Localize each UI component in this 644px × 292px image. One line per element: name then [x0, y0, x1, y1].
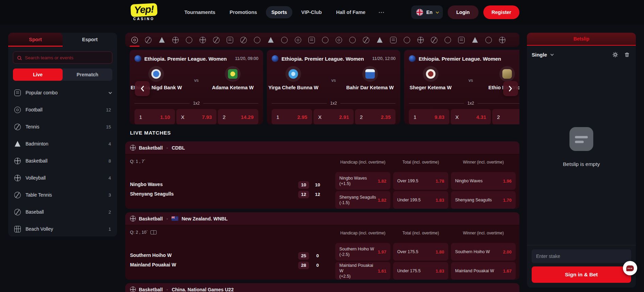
handicap-odds-away[interactable]: Shenyang Seagulls(-1.5)1.82 [335, 191, 390, 209]
odds-button-1[interactable]: 19.83 [409, 109, 449, 124]
badminton-icon[interactable] [268, 37, 274, 43]
sidebar-item-popular-combo[interactable]: Popular combo [8, 84, 117, 101]
betslip-settings-button[interactable] [611, 50, 619, 59]
nav-sports[interactable]: Sports [266, 6, 292, 18]
nav-vip-club[interactable]: VIP-Club [296, 6, 327, 18]
sidebar-item-football[interactable]: Football 12 [8, 101, 117, 118]
carousel-next-button[interactable] [503, 81, 518, 96]
featured-match-card[interactable]: Ethiopia. Premier League. Women 11/20, 1… [267, 50, 400, 124]
rugby-icon[interactable] [254, 37, 260, 43]
login-button[interactable]: Login [448, 5, 479, 19]
lacrosse-icon[interactable] [485, 37, 492, 43]
water-polo-icon[interactable] [417, 37, 424, 43]
settings-icon[interactable] [499, 37, 505, 43]
casino-logo[interactable]: Yep! CASINO [131, 4, 157, 21]
total-over-odds[interactable]: Over 199.51.78 [393, 172, 448, 190]
sidebar-item-table-tennis[interactable]: Table Tennis 3 [8, 186, 117, 203]
cricket-icon[interactable] [322, 37, 328, 43]
tab-esport[interactable]: Esport [63, 33, 117, 47]
score-total-away: 0 [313, 262, 322, 269]
basketball-icon[interactable] [172, 37, 179, 43]
bet-type-select[interactable]: Single [532, 52, 547, 58]
chevron-right-icon [509, 86, 513, 92]
odds-button-1[interactable]: 11.10 [134, 109, 175, 124]
live-section-header[interactable]: Basketball - China. National Games U22 [125, 283, 519, 292]
tennis-icon[interactable] [144, 35, 152, 44]
handicap-odds-home[interactable]: Southern Hoiho W(-2.5)1.97 [335, 243, 390, 261]
total-over-odds[interactable]: Over 175.51.80 [393, 243, 448, 261]
toggle-prematch[interactable]: Prematch [63, 68, 112, 81]
handball-icon[interactable] [186, 37, 192, 43]
live-section-body: Q: 1 , 7` Ningbo Waves Shenyang Seagulls… [125, 154, 519, 209]
chess-icon[interactable] [390, 37, 397, 43]
ice-hockey-icon[interactable] [159, 37, 165, 43]
nav-promotions[interactable]: Promotions [224, 6, 263, 18]
snooker-icon[interactable] [281, 37, 288, 43]
logo-bubble: Yep! [130, 3, 158, 17]
mma-icon[interactable] [349, 37, 356, 43]
baseball-icon [13, 208, 22, 216]
winner-away-odds[interactable]: Shenyang Seagulls1.70 [451, 191, 516, 209]
total-under-odds[interactable]: Under 199.51.83 [393, 191, 448, 209]
volleyball-icon[interactable] [199, 37, 206, 43]
handicap-odds-home[interactable]: Ningbo Waves(+1.5)1.82 [335, 172, 390, 190]
winner-home-odds[interactable]: Southern Hoiho W2.00 [451, 243, 516, 261]
baseball-icon[interactable] [239, 35, 248, 44]
search-input[interactable] [24, 55, 108, 61]
sidebar-item-volleyball[interactable]: Volleyball 4 [8, 169, 117, 186]
sidebar-item-tennis[interactable]: Tennis 15 [8, 118, 117, 135]
betslip-tab[interactable]: Betslip [527, 33, 636, 46]
register-button[interactable]: Register [483, 5, 519, 19]
handicap-odds-away[interactable]: Mainland Pouakai W(+2.5)1.61 [335, 262, 390, 280]
market-total: Total (incl. overtime) Over 199.51.78 Un… [393, 154, 448, 209]
odds-button-2[interactable]: 22.35 [355, 109, 396, 124]
sidebar-item-baseball[interactable]: Baseball 2 [8, 203, 117, 220]
football-icon[interactable] [131, 37, 138, 43]
odds-button-x[interactable]: X7.93 [176, 109, 217, 124]
live-section-header[interactable]: Basketball - New Zealand. WNBL [125, 212, 519, 225]
live-chat-button[interactable] [623, 261, 637, 275]
sidebar-item-beach-volley[interactable]: Beach Volley 1 [8, 220, 117, 236]
total-under-odds[interactable]: Under 175.51.83 [393, 262, 448, 280]
empty-slip-icon [569, 127, 593, 151]
motorsport-icon[interactable] [404, 37, 410, 43]
language-selector[interactable]: En [411, 5, 443, 19]
tab-sport[interactable]: Sport [8, 33, 63, 47]
stats-court-icon[interactable] [150, 230, 157, 234]
sidebar-item-basketball[interactable]: Basketball 8 [8, 152, 117, 169]
more-menu-icon[interactable] [376, 12, 387, 13]
cycling-icon[interactable] [376, 37, 383, 43]
odds-button-2[interactable]: 2 [492, 109, 519, 124]
live-section-header[interactable]: Basketball - CDBL [125, 141, 519, 154]
odds-button-x[interactable]: X2.91 [313, 109, 354, 124]
darts-icon[interactable] [295, 37, 301, 43]
biathlon-icon[interactable] [472, 37, 478, 43]
table-tennis-icon[interactable] [212, 35, 221, 44]
winner-away-odds[interactable]: Mainland Pouakai W1.67 [451, 262, 516, 280]
away-team-logo [362, 66, 378, 82]
winner-home-odds[interactable]: Ningbo Waves1.96 [451, 172, 516, 190]
home-team-logo [423, 66, 438, 82]
floorball-icon[interactable] [430, 35, 438, 44]
score-total-away: 12 [313, 191, 322, 198]
curling-icon[interactable] [458, 37, 465, 43]
bowls-icon[interactable] [445, 37, 451, 43]
stake-input[interactable] [532, 249, 631, 263]
nav-hall-of-fame[interactable]: Hall of Fame [331, 6, 371, 18]
carousel-prev-button[interactable] [135, 81, 150, 96]
boxing-icon[interactable] [227, 37, 233, 43]
featured-match-card[interactable]: Ethiopia. Premier League. Women Sheger K… [404, 50, 519, 124]
odds-button-2[interactable]: 214.29 [218, 109, 258, 124]
toggle-live[interactable]: Live [13, 68, 63, 81]
sign-in-and-bet-button[interactable]: Sign in & Bet [532, 266, 631, 283]
futsal-icon[interactable] [361, 35, 370, 44]
odds-button-1[interactable]: 12.95 [272, 109, 312, 124]
odds-button-x[interactable]: X4.31 [451, 109, 491, 124]
market-winner: Winner (incl. overtime) Ningbo Waves1.96… [451, 154, 516, 209]
sidebar-item-badminton[interactable]: Badminton 4 [8, 135, 117, 152]
nav-tournaments[interactable]: Tournaments [179, 6, 221, 18]
golf-icon[interactable] [336, 37, 342, 43]
league-icon [409, 55, 416, 62]
betslip-clear-button[interactable] [623, 50, 631, 59]
esports-icon[interactable] [308, 37, 315, 43]
